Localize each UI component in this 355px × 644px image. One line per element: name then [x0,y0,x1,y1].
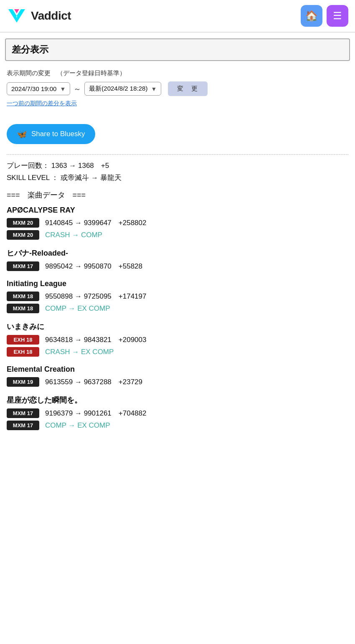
difficulty-badge: MXM 19 [7,377,39,387]
bluesky-label: Share to Bluesky [31,130,85,138]
song-title: Initiating League [7,279,348,288]
play-count-label: プレー回数： [7,162,49,170]
song-row: MXM 209140845 → 9399647 +258802 [7,218,348,228]
score-text: 9895042 → 9950870 +55828 [45,261,142,271]
difficulty-badge: MXM 20 [7,218,39,228]
tilde-separator: ～ [74,84,81,94]
difficulty-badge: MXM 20 [7,230,39,240]
score-text: 9550898 → 9725095 +174197 [45,292,146,301]
page-title-section: 差分表示 [5,38,350,61]
header-buttons: 🏠 ☰ [301,5,348,27]
home-icon: 🏠 [305,10,318,22]
menu-icon: ☰ [333,10,342,22]
skill-level-label: SKILL LEVEL ： [7,174,58,182]
logo-area: Vaddict [7,6,71,26]
prev-period-link[interactable]: 一つ前の期間の差分を表示 [7,100,77,107]
song-title: Elemental Creation [7,365,348,374]
song-row: MXM 17COMP → EX COMP [7,421,348,430]
song-row: MXM 179196379 → 9901261 +704882 [7,408,348,418]
bluesky-share-button[interactable]: 🦋 Share to Bluesky [7,124,95,144]
play-count-value: 1363 → 1368 +5 [51,162,109,170]
difficulty-badge: MXM 17 [7,421,39,430]
difficulty-badge: EXH 18 [7,347,39,357]
song-row: EXH 18CRASH → EX COMP [7,347,348,357]
bluesky-icon: 🦋 [17,129,27,139]
difficulty-badge: EXH 18 [7,335,39,345]
score-text: 9634818 → 9843821 +209003 [45,335,146,345]
menu-button[interactable]: ☰ [327,5,348,27]
period-label: 表示期間の変更 （データ登録日時基準） [7,69,348,77]
difficulty-badge: MXM 17 [7,261,39,271]
song-title: いまきみに [7,322,348,332]
status-change-text: CRASH → EX COMP [45,348,114,356]
score-text: 9140845 → 9399647 +258802 [45,218,146,228]
section-header: === 楽曲データ === [7,190,348,200]
song-title: APØCALYPSE RAY [7,206,348,215]
song-row: EXH 189634818 → 9843821 +209003 [7,335,348,345]
score-text: 9196379 → 9901261 +704882 [45,408,146,418]
song-entry: Elemental CreationMXM 199613559 → 963728… [7,365,348,387]
period-controls: 2024/7/30 19:00 ▼ ～ 最新(2024/8/2 18:28) ▼… [7,81,348,96]
difficulty-badge: MXM 17 [7,408,39,418]
vaddict-logo-icon [7,6,27,26]
change-button[interactable]: 変 更 [168,81,208,96]
difficulty-badge: MXM 18 [7,292,39,301]
song-title: 星座が恋した瞬間を。 [7,395,348,405]
header: Vaddict 🏠 ☰ [0,0,355,33]
end-date-value: 最新(2024/8/2 18:28) [89,85,147,93]
skill-level-stat: SKILL LEVEL ： 或帝滅斗 → 暴龍天 [7,173,348,183]
song-row: MXM 18COMP → EX COMP [7,304,348,313]
song-entry: Initiating LeagueMXM 189550898 → 9725095… [7,279,348,313]
logo-text: Vaddict [31,9,71,23]
song-row: MXM 179895042 → 9950870 +55828 [7,261,348,271]
home-button[interactable]: 🏠 [301,5,322,27]
song-entry: いまきみにEXH 189634818 → 9843821 +209003EXH … [7,322,348,357]
difficulty-badge: MXM 18 [7,304,39,313]
end-date-select[interactable]: 最新(2024/8/2 18:28) ▼ [84,82,161,96]
score-text: 9613559 → 9637288 +23729 [45,377,142,387]
song-row: MXM 199613559 → 9637288 +23729 [7,377,348,387]
main-content: 表示期間の変更 （データ登録日時基準） 2024/7/30 19:00 ▼ ～ … [0,65,355,443]
song-title: ヒバナ-Reloaded- [7,248,348,258]
status-change-text: COMP → EX COMP [45,421,110,430]
svg-marker-3 [14,9,19,13]
end-date-chevron-icon: ▼ [151,86,157,92]
start-date-select[interactable]: 2024/7/30 19:00 ▼ [7,82,70,95]
song-row: MXM 20CRASH → COMP [7,230,348,240]
songs-container: APØCALYPSE RAYMXM 209140845 → 9399647 +2… [7,206,348,430]
status-change-text: COMP → EX COMP [45,304,110,313]
song-row: MXM 189550898 → 9725095 +174197 [7,292,348,301]
song-entry: 星座が恋した瞬間を。MXM 179196379 → 9901261 +70488… [7,395,348,430]
song-entry: ヒバナ-Reloaded-MXM 179895042 → 9950870 +55… [7,248,348,271]
play-count-stat: プレー回数： 1363 → 1368 +5 [7,161,348,170]
start-date-value: 2024/7/30 19:00 [11,85,56,92]
skill-level-value: 或帝滅斗 → 暴龍天 [61,174,121,182]
status-change-text: CRASH → COMP [45,231,102,239]
song-entry: APØCALYPSE RAYMXM 209140845 → 9399647 +2… [7,206,348,240]
page-title: 差分表示 [12,44,48,55]
start-date-chevron-icon: ▼ [60,86,66,92]
divider [7,154,348,155]
